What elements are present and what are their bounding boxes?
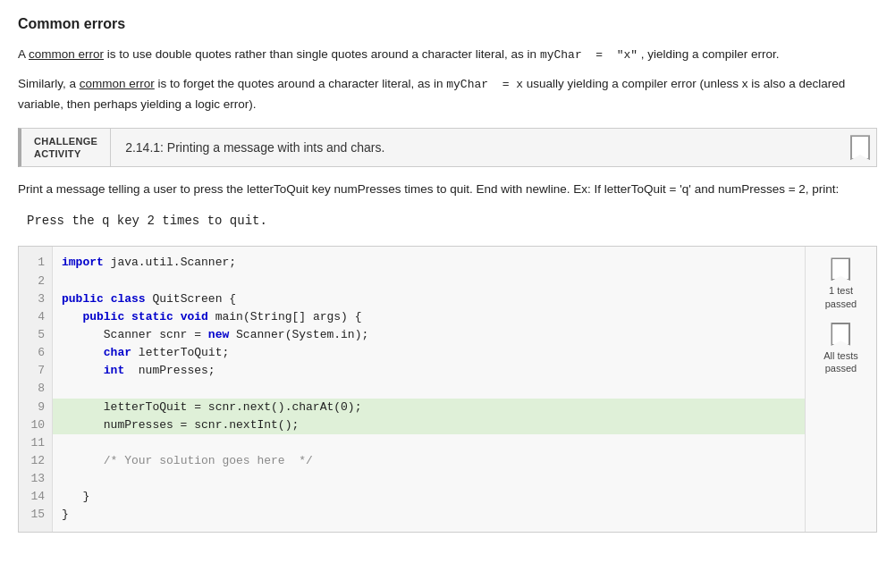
line-num-1: 1: [19, 254, 52, 272]
line-num-5: 5: [19, 326, 52, 344]
code-line-8: [62, 380, 796, 398]
line-num-2: 2: [19, 273, 52, 290]
error-2-paragraph: Similarly, a common error is to forget t…: [18, 74, 877, 113]
line-num-9: 9: [19, 399, 52, 416]
error2-code: myChar = x: [446, 78, 523, 91]
code-line-6: char letterToQuit;: [62, 344, 796, 362]
line-num-3: 3: [19, 290, 52, 308]
code-area[interactable]: import java.util.Scanner; public class Q…: [53, 247, 805, 531]
description-area: Print a message telling a user to press …: [18, 180, 877, 199]
challenge-label-line2: ACTIVITY: [34, 147, 97, 160]
error1-link[interactable]: common error: [29, 47, 104, 61]
error1-text-before: A: [18, 47, 29, 61]
bookmark-icon: [850, 135, 870, 160]
code-line-5: Scanner scnr = new Scanner(System.in);: [62, 326, 796, 344]
code-line-15: }: [62, 506, 796, 524]
line-num-15: 15: [19, 506, 52, 524]
all-tests-label: All testspassed: [823, 349, 858, 375]
code-line-13: [62, 470, 796, 488]
challenge-icon-container: [844, 129, 876, 166]
code-example-text: Press the q key 2 times to quit.: [27, 214, 267, 228]
line-num-10: 10: [19, 416, 52, 434]
status-panel: 1 testpassed All testspassed: [805, 247, 876, 531]
line-numbers: 123456789101112131415: [19, 247, 53, 531]
code-line-1: import java.util.Scanner;: [62, 254, 796, 272]
code-line-7: int numPresses;: [62, 362, 796, 380]
line-num-13: 13: [19, 470, 52, 488]
description-text: Print a message telling a user to press …: [18, 182, 839, 196]
challenge-label-line1: CHALLENGE: [34, 135, 97, 147]
line-num-14: 14: [19, 488, 52, 506]
all-tests-check-icon: [831, 323, 850, 346]
line-num-6: 6: [19, 344, 52, 362]
code-line-9: letterToQuit = scnr.next().charAt(0);: [53, 399, 805, 416]
challenge-bar: CHALLENGE ACTIVITY 2.14.1: Printing a me…: [18, 128, 877, 167]
section-title: Common errors: [18, 16, 877, 32]
test1-check-icon: [831, 257, 850, 281]
challenge-label-block: CHALLENGE ACTIVITY: [21, 129, 111, 166]
editor-container[interactable]: 123456789101112131415 import java.util.S…: [18, 246, 877, 532]
error1-code: myChar = "x": [540, 48, 637, 62]
challenge-title: 2.14.1: Printing a message with ints and…: [111, 129, 844, 166]
error-1-paragraph: A common error is to use double quotes r…: [18, 45, 877, 65]
code-line-14: }: [62, 488, 796, 506]
status-item-test1: 1 testpassed: [825, 257, 857, 310]
error2-text-middle: is to forget the quotes around a charact…: [158, 77, 447, 90]
error1-text-middle: is to use double quotes rather than sing…: [107, 47, 540, 61]
error1-text-end: , yielding a compiler error.: [641, 47, 780, 61]
code-line-4: public static void main(String[] args) {: [62, 308, 796, 326]
line-num-12: 12: [19, 452, 52, 470]
test1-label: 1 testpassed: [825, 284, 857, 310]
line-num-4: 4: [19, 308, 52, 326]
code-line-11: [62, 434, 796, 452]
code-line-12: /* Your solution goes here */: [62, 452, 796, 470]
error2-text-before: Similarly, a: [18, 77, 80, 90]
code-line-3: public class QuitScreen {: [62, 290, 796, 308]
page-container: Common errors A common error is to use d…: [0, 0, 895, 542]
line-num-8: 8: [19, 380, 52, 398]
line-num-11: 11: [19, 434, 52, 452]
error2-link[interactable]: common error: [80, 77, 155, 90]
status-item-all-tests: All testspassed: [823, 323, 858, 375]
code-example-block: Press the q key 2 times to quit.: [18, 210, 877, 231]
line-num-7: 7: [19, 362, 52, 380]
code-line-10: numPresses = scnr.nextInt();: [53, 416, 805, 434]
code-line-2: [62, 273, 796, 290]
